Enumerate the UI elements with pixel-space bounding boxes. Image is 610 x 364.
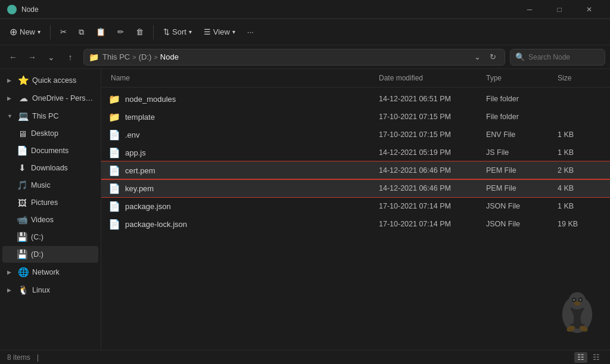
- file-size: 1 KB: [555, 130, 603, 139]
- search-box[interactable]: 🔍: [510, 49, 605, 66]
- header-type[interactable]: Type: [484, 71, 555, 85]
- sidebar-item-documents[interactable]: 📄 Documents: [2, 142, 98, 159]
- table-row[interactable]: 📄 package-lock.json 17-10-2021 07:14 PM …: [101, 215, 610, 233]
- table-row[interactable]: 📁 node_modules 14-12-2021 06:51 PM File …: [101, 90, 610, 108]
- linux-section: ▶ 🐧 Linux: [0, 282, 101, 298]
- this-pc-icon: 💻: [18, 111, 29, 122]
- list-view-button[interactable]: ☷: [574, 352, 587, 363]
- d-drive-icon: 💾: [17, 249, 27, 260]
- folder-nav-icon: 📁: [89, 52, 99, 62]
- sidebar-item-label: Network: [32, 268, 94, 276]
- rename-button[interactable]: ✏: [113, 24, 129, 39]
- sidebar-item-label: OneDrive - Personal: [32, 94, 94, 102]
- new-arrow: ▾: [38, 29, 41, 35]
- sidebar-item-label: (D:): [31, 250, 94, 259]
- file-type-icon: 📄: [108, 129, 120, 141]
- sidebar-item-desktop[interactable]: 🖥 Desktop: [2, 125, 98, 142]
- sidebar: ▶ ⭐ Quick access ▶ ☁ OneDrive - Personal…: [0, 69, 101, 350]
- path-drive[interactable]: (D:): [139, 52, 152, 61]
- more-button[interactable]: ···: [242, 24, 259, 39]
- item-count: 8 items: [7, 353, 30, 362]
- titlebar-left: Node: [7, 5, 39, 14]
- delete-icon: 🗑: [136, 27, 144, 36]
- file-type-icon: 📄: [108, 165, 120, 176]
- addressbar[interactable]: 📁 This PC > (D:) > Node ⌄ ↻: [83, 49, 505, 66]
- copy-button[interactable]: ⧉: [74, 24, 89, 40]
- new-icon: ⊕: [10, 26, 17, 38]
- sidebar-item-videos[interactable]: 📹 Videos: [2, 211, 98, 228]
- file-type: JSON File: [484, 220, 555, 228]
- file-type-icon: 📁: [108, 111, 120, 123]
- table-row[interactable]: 📄 package.json 17-10-2021 07:14 PM JSON …: [101, 197, 610, 215]
- sidebar-item-label: Documents: [31, 147, 94, 155]
- recent-button[interactable]: ⌄: [43, 49, 60, 66]
- this-pc-arrow: ▼: [7, 113, 14, 119]
- table-row[interactable]: 📄 cert.pem 14-12-2021 06:46 PM PEM File …: [101, 161, 610, 179]
- sidebar-item-downloads[interactable]: ⬇ Downloads: [2, 160, 98, 176]
- file-date: 14-12-2021 06:46 PM: [376, 184, 484, 192]
- address-dropdown-button[interactable]: ⌄: [470, 50, 484, 64]
- sidebar-item-label: Downloads: [31, 164, 94, 172]
- header-date[interactable]: Date modified: [376, 71, 484, 85]
- statusbar-sep: |: [37, 353, 39, 362]
- up-button[interactable]: ↑: [62, 49, 79, 66]
- forward-button[interactable]: →: [24, 49, 41, 66]
- new-button[interactable]: ⊕ New ▾: [5, 23, 45, 41]
- maximize-button[interactable]: □: [546, 0, 573, 19]
- copy-icon: ⧉: [79, 27, 84, 37]
- sidebar-item-d-drive[interactable]: 💾 (D:): [2, 246, 98, 263]
- main-layout: ▶ ⭐ Quick access ▶ ☁ OneDrive - Personal…: [0, 69, 610, 350]
- sidebar-item-linux[interactable]: ▶ 🐧 Linux: [2, 282, 98, 298]
- close-button[interactable]: ✕: [575, 0, 603, 19]
- delete-button[interactable]: 🗑: [131, 24, 148, 39]
- onedrive-icon: ☁: [18, 93, 29, 104]
- file-name: cert.pem: [125, 166, 155, 175]
- grid-view-button[interactable]: ☷: [590, 352, 603, 363]
- view-arrow: ▾: [232, 29, 235, 35]
- minimize-button[interactable]: ─: [516, 0, 543, 19]
- desktop-icon: 🖥: [17, 129, 27, 139]
- header-name[interactable]: Name: [108, 71, 376, 85]
- addressbar-path: This PC > (D:) > Node: [102, 52, 466, 61]
- network-arrow: ▶: [7, 269, 14, 275]
- file-size: 1 KB: [555, 202, 603, 210]
- file-name-cell: 📄 .env: [108, 129, 376, 141]
- path-current[interactable]: Node: [160, 52, 179, 61]
- file-date: 14-12-2021 05:19 PM: [376, 148, 484, 157]
- file-type: ENV File: [484, 130, 555, 139]
- onedrive-arrow: ▶: [7, 95, 14, 101]
- sort-button[interactable]: ⇅ Sort ▾: [158, 24, 197, 39]
- sidebar-item-this-pc[interactable]: ▼ 💻 This PC: [2, 108, 98, 125]
- paste-button[interactable]: 📋: [91, 24, 110, 39]
- path-this-pc[interactable]: This PC: [102, 52, 130, 61]
- file-type: File folder: [484, 95, 555, 103]
- sidebar-item-network[interactable]: ▶ 🌐 Network: [2, 264, 98, 281]
- sidebar-item-label: Desktop: [31, 129, 94, 138]
- refresh-button[interactable]: ↻: [485, 50, 500, 64]
- sidebar-item-c-drive[interactable]: 💾 (C:): [2, 229, 98, 245]
- file-list-header: Name Date modified Type Size: [101, 69, 610, 88]
- sidebar-item-pictures[interactable]: 🖼 Pictures: [2, 194, 98, 211]
- table-row[interactable]: 📄 app.js 14-12-2021 05:19 PM JS File 1 K…: [101, 144, 610, 161]
- file-size: 19 KB: [555, 220, 603, 228]
- back-button[interactable]: ←: [5, 49, 21, 66]
- sidebar-item-quick-access[interactable]: ▶ ⭐ Quick access: [2, 72, 98, 89]
- file-type: PEM File: [484, 166, 555, 175]
- view-button[interactable]: ☰ View ▾: [199, 24, 240, 39]
- cut-button[interactable]: ✂: [55, 24, 71, 39]
- toolbar: ⊕ New ▾ ✂ ⧉ 📋 ✏ 🗑 ⇅ Sort ▾ ☰ View ▾ ···: [0, 19, 610, 45]
- header-size[interactable]: Size: [555, 71, 603, 85]
- table-row[interactable]: 📁 template 17-10-2021 07:15 PM File fold…: [101, 108, 610, 126]
- table-row[interactable]: 📄 .env 17-10-2021 07:15 PM ENV File 1 KB: [101, 126, 610, 144]
- table-row[interactable]: 📄 key.pem 14-12-2021 06:46 PM PEM File 4…: [101, 179, 610, 197]
- titlebar-title: Node: [21, 5, 39, 14]
- sidebar-item-music[interactable]: 🎵 Music: [2, 177, 98, 194]
- c-drive-icon: 💾: [17, 232, 27, 242]
- statusbar-right: ☷ ☷: [574, 352, 603, 363]
- cut-icon: ✂: [60, 27, 67, 36]
- file-list: 📁 node_modules 14-12-2021 06:51 PM File …: [101, 88, 610, 350]
- toolbar-sep-2: [153, 25, 154, 39]
- sidebar-item-onedrive[interactable]: ▶ ☁ OneDrive - Personal: [2, 90, 98, 107]
- search-input[interactable]: [528, 53, 600, 61]
- toolbar-sep-1: [50, 25, 51, 39]
